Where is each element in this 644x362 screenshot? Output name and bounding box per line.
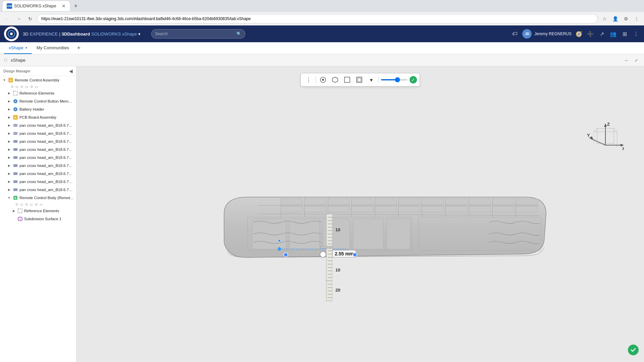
arrow-screw-9: ▶: [7, 187, 11, 192]
coordinate-axes: Z X Y: [587, 122, 624, 153]
compass-icon[interactable]: 🧭: [575, 30, 583, 38]
more-icon[interactable]: ⋮: [632, 30, 640, 38]
notification-badge[interactable]: [628, 345, 639, 355]
arrow-screw-8: ▶: [7, 179, 11, 184]
viewport-arrow-btn[interactable]: ▾: [366, 75, 376, 85]
new-tab-button[interactable]: +: [71, 1, 80, 11]
search-input[interactable]: [155, 32, 236, 36]
tree-item-screw-8[interactable]: ▶ pan cross head_am_B18.6.7M - ...: [0, 178, 76, 186]
brand-arrow[interactable]: ▾: [138, 32, 141, 37]
svg-rect-59: [375, 206, 397, 212]
tree-item-screw-7[interactable]: ▶ pan cross head_am_B18.6.7M - ...: [0, 170, 76, 178]
xshape-window-actions: ─ ⤢: [623, 57, 640, 64]
search-icon: 🔍: [236, 32, 241, 36]
arrow-screw-3: ▶: [7, 139, 11, 144]
svg-rect-47: [352, 199, 373, 205]
svg-point-110: [353, 253, 357, 257]
menu-btn[interactable]: ⋮: [632, 14, 641, 23]
xshape-title-label: xShape: [11, 58, 25, 63]
tree-item-screw-9[interactable]: ▶ pan cross head_am_B18.6.7M - ...: [0, 186, 76, 194]
icon-yz: ⊙: [20, 85, 23, 88]
tree-item-pcb[interactable]: ▶ A PCB Board Assembly: [0, 113, 76, 121]
svg-rect-108: [321, 246, 332, 248]
tree-item-screw-6[interactable]: ▶ pan cross head_am_B18.6.7M - ...: [0, 162, 76, 170]
tree-item-subdivision[interactable]: ▶ Subdivision Surface 1: [0, 215, 76, 223]
label-subdivision: Subdivision Surface 1: [24, 217, 61, 221]
nav-tab-communities[interactable]: My Communities: [32, 42, 74, 54]
tree-item-screw-3[interactable]: ▶ pan cross head_am_B18.6.7M - ...: [0, 137, 76, 145]
share-icon[interactable]: ↗: [598, 30, 606, 38]
grid-icon[interactable]: ⊞: [621, 30, 629, 38]
design-manager-sidebar: Design Manager ◀ ▼ A Remote Control Asse…: [0, 66, 76, 362]
url-input[interactable]: [41, 16, 593, 21]
dim-marker-right: [352, 251, 358, 259]
tree-item-remote-assembly[interactable]: ▼ A Remote Control Assembly: [0, 76, 76, 84]
back-button[interactable]: ←: [3, 14, 12, 23]
forward-button[interactable]: →: [14, 14, 23, 23]
tree-arrow-ref: ▶: [7, 91, 11, 96]
arrow-battery: ▶: [7, 107, 11, 112]
assembly-label: Remote Control Assembly: [15, 78, 59, 82]
svg-line-118: [590, 138, 605, 145]
tree-item-screw-4[interactable]: ▶ pan cross head_am_B18.6.7M - ...: [0, 145, 76, 154]
logo-svg: [5, 28, 17, 40]
xshape-minimize-btn[interactable]: ─: [623, 57, 630, 64]
label-screw-9: pan cross head_am_B18.6.7M - ...: [19, 188, 74, 192]
screw-icon-7: [12, 171, 18, 177]
tree-item-screw-5[interactable]: ▶ pan cross head_am_B18.6.7M - ...: [0, 154, 76, 162]
tab-close-btn[interactable]: ✕: [62, 3, 66, 9]
viewport-toolbar: ⋮ ▾ ✓: [301, 73, 420, 86]
assembly-icon-pcb: A: [12, 114, 18, 120]
arrow-screw-6: ▶: [7, 163, 11, 168]
tree-item-body[interactable]: ▼ B Remote Control Body (Remote...: [0, 194, 76, 202]
collab-icon[interactable]: 👥: [609, 30, 617, 38]
brand-dashboard: 3DDashboard: [62, 32, 90, 37]
part-icon-membrane: P: [12, 98, 18, 104]
tree-item-ref-elements[interactable]: ▶ Reference Elements: [0, 89, 76, 97]
axis-xy: xy: [15, 85, 18, 88]
viewport-view-mode-1[interactable]: [318, 75, 328, 85]
viewport-view-mode-3[interactable]: [342, 75, 352, 85]
tag-icon[interactable]: 🏷: [511, 30, 519, 38]
ref-elements-label: Reference Elements: [19, 91, 54, 95]
opacity-slider[interactable]: [381, 79, 408, 80]
svg-rect-62: [445, 206, 467, 212]
svg-rect-44: [281, 199, 303, 205]
sidebar-collapse-btn[interactable]: ◀: [69, 68, 73, 74]
arrow-screw-2: ▶: [7, 131, 11, 136]
plus-icon[interactable]: ➕: [586, 30, 594, 38]
arrow-body: ▼: [7, 195, 11, 200]
tree-item-ref-elements-2[interactable]: ▶ Reference Elements: [0, 207, 76, 215]
confirm-btn[interactable]: ✓: [410, 76, 417, 83]
ref-icon: [12, 90, 18, 96]
part-icon-battery: P: [12, 106, 18, 112]
svg-rect-61: [422, 206, 444, 212]
nav-tab-xshape[interactable]: xShape ▾: [4, 42, 32, 54]
nav-add-button[interactable]: +: [74, 42, 84, 54]
tree-item-button-membrane[interactable]: ▶ P Remote Control Button Membra...: [0, 97, 76, 105]
header-search[interactable]: 🔍: [151, 29, 245, 39]
viewport-view-mode-4[interactable]: [354, 75, 364, 85]
body-icon: B: [12, 195, 18, 201]
address-bar[interactable]: [37, 14, 598, 23]
viewport-view-mode-2[interactable]: [330, 75, 340, 85]
browser-tab-active[interactable]: SW SOLIDWORKS xShape ✕: [3, 1, 70, 11]
browser-nav-bar: ← → ↻ ☆ 👤 ⚙ ⋮: [0, 12, 644, 25]
toolbar-slider[interactable]: [381, 79, 408, 80]
bookmark-btn[interactable]: ☆: [600, 14, 609, 23]
svg-rect-51: [445, 199, 467, 205]
svg-text:B: B: [14, 197, 16, 199]
tree-item-battery-holder[interactable]: ▶ P Battery Holder: [0, 105, 76, 113]
refresh-button[interactable]: ↻: [25, 14, 35, 23]
tree-item-screw-2[interactable]: ▶ pan cross head_am_B18.6.7M - ...: [0, 129, 76, 137]
profile-btn[interactable]: 👤: [610, 14, 620, 23]
svg-rect-25: [18, 209, 22, 213]
xshape-maximize-btn[interactable]: ⤢: [633, 57, 640, 64]
icon-body-yz: ⊙: [25, 202, 28, 206]
brand-prefix: 3D: [23, 32, 29, 37]
extensions-btn[interactable]: ⚙: [621, 14, 631, 23]
viewport-more-btn[interactable]: ⋮: [304, 75, 314, 85]
dim-marker-left: [282, 251, 289, 259]
tree-item-screw-1[interactable]: ▶ pan cross head_am_B18.6.7M - ...: [0, 121, 76, 129]
screw-icon-5: [12, 155, 18, 161]
